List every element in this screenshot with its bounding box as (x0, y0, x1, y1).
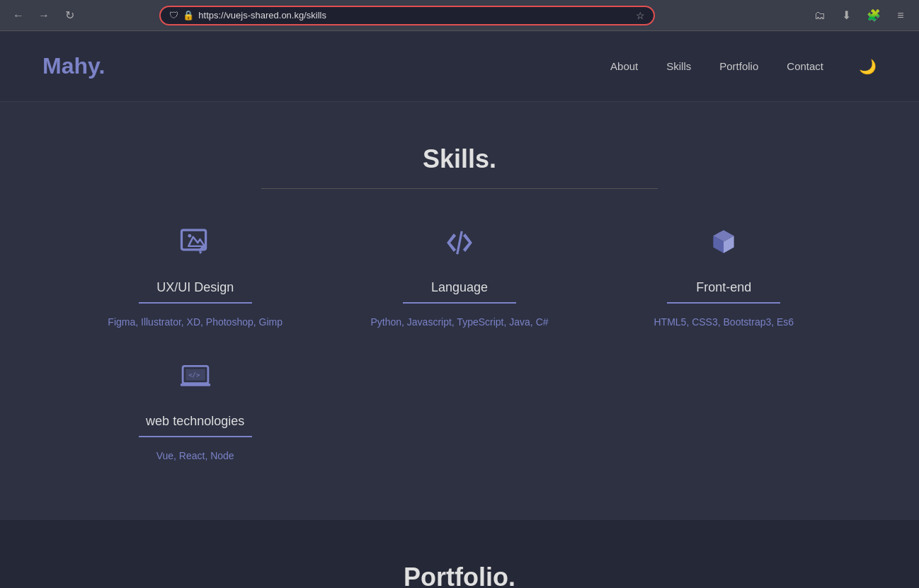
skill-card-frontend: Front-end HTML5, CSS3, Bootstrap3, Es6 (599, 224, 849, 330)
webtech-name: web technologies (146, 414, 244, 429)
back-button[interactable]: ← (8, 6, 28, 25)
frontend-underline (667, 302, 780, 304)
skills-title: Skills. (57, 144, 862, 174)
language-techs: Python, Javascript, TypeScript, Java, C# (370, 315, 548, 330)
skill-card-webtech: </> web technologies Vue, React, Node (70, 358, 320, 463)
download-icon[interactable]: ⬇ (837, 6, 857, 25)
menu-icon[interactable]: ≡ (891, 6, 911, 25)
shield-icon: 🛡 (169, 10, 178, 21)
webtech-techs: Vue, React, Node (156, 449, 234, 463)
skill-card-uxui: UX/UI Design Figma, Illustrator, XD, Pho… (70, 224, 320, 330)
webtech-icon: </> (177, 358, 214, 403)
language-icon (441, 224, 478, 269)
svg-rect-11 (181, 384, 210, 386)
url-input[interactable] (198, 10, 632, 21)
lock-icon: 🔒 (183, 10, 194, 21)
frontend-name: Front-end (696, 280, 751, 295)
account-icon[interactable]: 🧩 (864, 6, 884, 25)
svg-point-1 (188, 234, 191, 238)
portfolio-title: Portfolio. (57, 563, 862, 588)
dark-mode-toggle[interactable]: 🌙 (859, 58, 877, 75)
site-wrapper: Mahy. About Skills Portfolio Contact 🌙 S… (0, 31, 919, 588)
skills-section: Skills. UX/UI Design Figma, Ill (0, 102, 919, 520)
refresh-button[interactable]: ↻ (59, 6, 79, 25)
svg-text:</>: </> (188, 371, 200, 379)
language-name: Language (431, 280, 488, 295)
forward-button[interactable]: → (34, 6, 54, 25)
navbar: Mahy. About Skills Portfolio Contact 🌙 (0, 31, 919, 102)
star-icon[interactable]: ☆ (636, 10, 645, 21)
nav-about[interactable]: About (610, 60, 638, 72)
webtech-underline (139, 436, 252, 437)
nav-portfolio[interactable]: Portfolio (719, 60, 758, 72)
logo-dot: . (98, 53, 105, 79)
skills-grid: UX/UI Design Figma, Illustrator, XD, Pho… (70, 224, 849, 463)
nav-links: About Skills Portfolio Contact 🌙 (610, 58, 877, 75)
browser-chrome: ← → ↻ 🛡 🔒 ☆ 🗂 ⬇ 🧩 ≡ (0, 0, 919, 31)
nav-skills[interactable]: Skills (666, 60, 691, 72)
frontend-icon (705, 224, 742, 269)
svg-marker-3 (199, 250, 202, 254)
language-underline (403, 302, 516, 304)
frontend-techs: HTML5, CSS3, Bootstrap3, Es6 (654, 315, 794, 330)
pocket-icon[interactable]: 🗂 (810, 6, 830, 25)
site-logo[interactable]: Mahy. (42, 53, 105, 79)
nav-contact[interactable]: Contact (787, 60, 823, 72)
logo-text: Mahy (42, 53, 98, 79)
uxui-icon (177, 224, 214, 269)
svg-line-4 (457, 231, 462, 255)
uxui-underline (139, 302, 252, 304)
browser-toolbar-icons: 🗂 ⬇ 🧩 ≡ (810, 6, 911, 25)
address-bar[interactable]: 🛡 🔒 ☆ (159, 6, 655, 25)
skill-card-language: Language Python, Javascript, TypeScript,… (334, 224, 584, 330)
uxui-techs: Figma, Illustrator, XD, Photoshop, Gimp (108, 315, 282, 330)
uxui-name: UX/UI Design (156, 280, 234, 295)
portfolio-section: Portfolio. design development Keep it Gr… (0, 520, 919, 588)
skills-divider (261, 188, 658, 189)
